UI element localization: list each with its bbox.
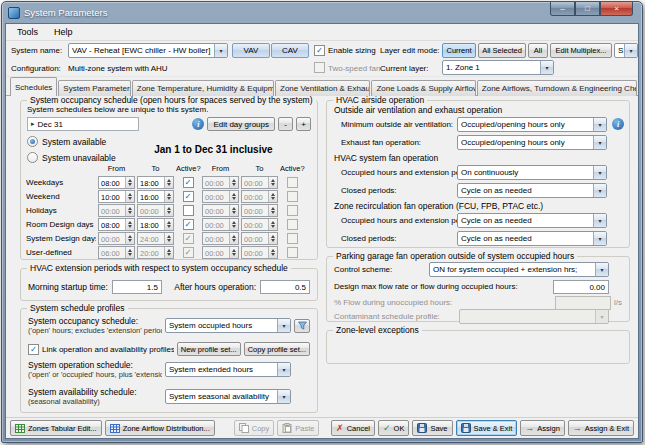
chevron-down-icon: ▾: [624, 44, 637, 57]
spinner-arrows-icon: [229, 233, 238, 244]
active-checkbox[interactable]: ✓: [183, 219, 194, 230]
edit-day-groups-button[interactable]: Edit day groups: [207, 117, 275, 131]
time-spinner[interactable]: 00:00: [241, 176, 278, 189]
time-spinner[interactable]: 08:00: [98, 176, 135, 189]
info-icon[interactable]: i: [192, 118, 204, 130]
spinner-arrows-icon: [268, 205, 277, 216]
panel-parking-garage-fan: Parking garage fan operation outside of …: [326, 256, 630, 322]
availability-profile-select[interactable]: System seasonal availability ▾: [165, 389, 291, 404]
maximize-button[interactable]: □: [575, 2, 600, 16]
exhaust-fan-select[interactable]: Occupied/opening hours only ▾: [457, 135, 607, 150]
time-spinner: 00:00: [202, 232, 239, 245]
table-grid-icon: [15, 424, 25, 433]
schedule-date-item[interactable]: ▸ Dec 31: [27, 117, 139, 131]
info-icon[interactable]: i: [612, 118, 624, 130]
tab-zone-temperature-humidity-equipment[interactable]: Zone Temperature, Humidity & Equipment: [132, 80, 274, 96]
occupancy-profile-select[interactable]: System occupied hours ▾: [165, 318, 291, 333]
operation-profile-select[interactable]: System extended hours ▾: [165, 362, 291, 377]
spinner-arrows-icon: [229, 191, 238, 202]
link-profiles-checkbox[interactable]: ✓: [28, 344, 39, 355]
recirc-closed-select[interactable]: Cycle on as needed ▾: [457, 231, 607, 246]
tab-schedules[interactable]: Schedules: [10, 77, 57, 96]
time-spinner[interactable]: 00:00: [241, 204, 278, 217]
time-spinner[interactable]: 00:00: [137, 204, 174, 217]
assign-button[interactable]: → Assign: [520, 420, 565, 436]
menu-help[interactable]: Help: [46, 26, 81, 38]
active-checkbox[interactable]: ✓: [183, 191, 194, 202]
recirc-occupied-select[interactable]: Cycle on as needed ▾: [457, 213, 607, 228]
min-oa-select[interactable]: Occupied/opening hours only ▾: [457, 117, 607, 132]
time-spinner[interactable]: 16:00: [137, 190, 174, 203]
remove-date-button[interactable]: -: [278, 117, 293, 131]
time-spinner[interactable]: 08:00: [98, 218, 135, 231]
time-spinner[interactable]: 00:00: [241, 218, 278, 231]
control-scheme-select[interactable]: ON for system occupied + extension hrs; …: [429, 262, 609, 277]
active-checkbox[interactable]: ✓: [183, 177, 194, 188]
time-spinner[interactable]: 18:00: [137, 218, 174, 231]
schedule-row-user-defined: User-defined 06:00 20:00 ✓ 00:00 00:00: [26, 245, 304, 259]
copy-profile-set-button[interactable]: Copy profile set...: [244, 342, 310, 356]
tab-strip: Schedules System Parameters Zone Tempera…: [6, 77, 638, 96]
minimize-button[interactable]: –: [550, 2, 575, 16]
assign-and-exit-button[interactable]: → Assign & Exit: [568, 420, 634, 436]
edit-multiplex-button[interactable]: Edit Multiplex...: [550, 43, 612, 58]
current-layer-select[interactable]: 1. Zone 1 ▾: [442, 60, 554, 75]
s1-select[interactable]: S1 ▾: [614, 43, 638, 58]
time-spinner[interactable]: 00:00: [241, 190, 278, 203]
expand-arrow-icon: ▸: [31, 120, 35, 128]
paste-button: Paste: [277, 420, 319, 436]
time-spinner: 24:00: [137, 232, 174, 245]
profile-filter-button[interactable]: [294, 319, 310, 333]
tab-zone-ventilation-exhaust[interactable]: Zone Ventilation & Exhaust: [275, 80, 370, 96]
after-hours-input[interactable]: 0.5: [260, 280, 310, 294]
add-date-button[interactable]: +: [296, 117, 311, 131]
morning-startup-input[interactable]: 1.5: [112, 280, 162, 294]
active-checkbox: [287, 177, 298, 188]
save-and-exit-button[interactable]: Save & Exit: [456, 420, 518, 436]
time-spinner[interactable]: 10:00: [98, 190, 135, 203]
panel-system-occupancy-schedule: System occupancy schedule (open hours fo…: [20, 100, 318, 260]
ok-button[interactable]: ✓ OK: [378, 420, 409, 436]
active-checkbox: [287, 219, 298, 230]
time-spinner[interactable]: 00:00: [202, 204, 239, 217]
time-spinner[interactable]: 00:00: [98, 204, 135, 217]
panel-hvac-extension-periods: HVAC extension periods with respect to s…: [20, 268, 318, 301]
system-name-select[interactable]: VAV - Reheat [EWC chiller - HW boiler] ▾: [68, 43, 228, 58]
save-button[interactable]: Save: [412, 420, 452, 436]
layer-mode-all-selected-button[interactable]: All Selected: [478, 43, 526, 58]
fan-closed-select[interactable]: Cycle on as needed ▾: [457, 183, 607, 198]
layer-mode-current-button[interactable]: Current: [442, 43, 476, 58]
vav-button[interactable]: VAV: [232, 43, 270, 58]
cancel-button[interactable]: ✗ Cancel: [331, 420, 375, 436]
layer-mode-all-button[interactable]: All: [528, 43, 548, 58]
enable-sizing-checkbox[interactable]: ✓: [314, 45, 325, 56]
spinner-arrows-icon: [229, 219, 238, 230]
zone-airflow-distribution-button[interactable]: Zone Airflow Distribution...: [105, 420, 215, 436]
zones-tabular-edit-button[interactable]: Zones Tabular Edit...: [10, 420, 102, 436]
active-checkbox[interactable]: [183, 205, 194, 216]
tab-system-parameters[interactable]: System Parameters: [58, 80, 130, 96]
time-spinner[interactable]: 00:00: [202, 176, 239, 189]
spinner-arrows-icon: [268, 191, 277, 202]
fan-occupied-select[interactable]: On continuously ▾: [457, 165, 607, 180]
active-checkbox: ✓: [183, 247, 194, 258]
new-profile-set-button[interactable]: New profile set...: [177, 342, 241, 356]
cav-button[interactable]: CAV: [271, 43, 309, 58]
time-spinner[interactable]: 00:00: [202, 190, 239, 203]
close-button[interactable]: ×: [600, 2, 633, 16]
app-icon: [8, 7, 20, 19]
menu-tools[interactable]: Tools: [9, 26, 46, 38]
chevron-down-icon: ▾: [277, 390, 290, 403]
design-max-flow-input[interactable]: 0.00: [553, 280, 609, 294]
time-spinner[interactable]: 00:00: [202, 218, 239, 231]
spinner-arrows-icon: [268, 177, 277, 188]
spinner-arrows-icon: [125, 233, 134, 244]
availability-schedule-note: (seasonal availability): [28, 397, 162, 406]
occupancy-note: System schedules below are unique to thi…: [27, 105, 208, 114]
chevron-down-icon: ▾: [593, 118, 606, 131]
tab-zone-loads-supply-airflows[interactable]: Zone Loads & Supply Airflows: [371, 80, 475, 96]
title-bar[interactable]: System Parameters – □ ×: [5, 2, 639, 23]
radio-system-available[interactable]: System available: [27, 136, 116, 147]
time-spinner[interactable]: 18:00: [137, 176, 174, 189]
tab-zone-airflows-turndown-engineering-checks[interactable]: Zone Airflows, Turndown & Engineering Ch…: [477, 80, 637, 96]
